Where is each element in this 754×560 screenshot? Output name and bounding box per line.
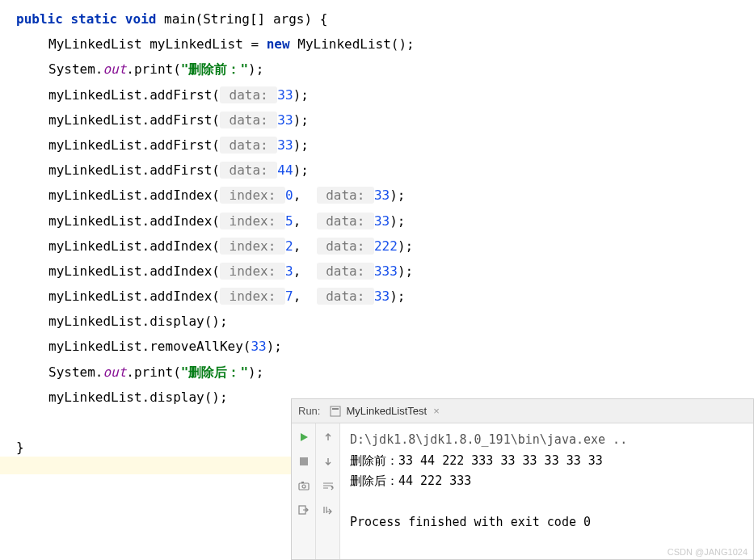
param-hint: index: (220, 263, 285, 280)
number-literal: 33 (277, 87, 293, 103)
code-text: main(String[] args) { (156, 11, 327, 27)
output-line: 删除前：33 44 222 333 33 33 33 33 33 (350, 453, 603, 468)
number-literal: 0 (285, 187, 293, 203)
svg-marker-2 (301, 433, 308, 441)
code-text: myLinkedList.addIndex( (48, 213, 220, 229)
keyword: new (267, 36, 290, 52)
code-text: myLinkedList.removeAllKey( (48, 339, 251, 354)
string-literal: "删除后：" (181, 364, 248, 380)
code-text: ); (398, 263, 413, 279)
code-text: myLinkedList.addFirst( (48, 162, 220, 178)
svg-rect-6 (301, 482, 304, 483)
param-hint: index: (220, 213, 285, 229)
code-text: ); (390, 213, 405, 229)
param-hint: data: (317, 238, 374, 255)
param-hint: index: (220, 187, 285, 204)
param-hint: data: (317, 288, 374, 305)
console-output[interactable]: D:\jdk1.8\jdk1.8.0_191\bin\java.exe .. 删… (340, 423, 753, 559)
param-hint: index: (220, 238, 285, 255)
code-text: myLinkedList.addIndex( (48, 263, 220, 279)
svg-rect-4 (299, 483, 309, 490)
param-hint: data: (220, 162, 277, 179)
output-path: D:\jdk1.8\jdk1.8.0_191\bin\java.exe .. (350, 432, 627, 447)
param-hint: index: (220, 288, 285, 305)
code-text: , (293, 263, 317, 279)
code-text: , (293, 288, 317, 304)
code-text: , (293, 213, 317, 229)
code-text: ); (293, 87, 309, 103)
param-hint: data: (220, 137, 277, 154)
code-text: , (293, 187, 317, 203)
code-text: ); (248, 61, 263, 77)
string-literal: "删除前：" (181, 61, 248, 77)
number-literal: 33 (374, 187, 390, 203)
number-literal: 2 (285, 238, 293, 254)
code-editor[interactable]: public static void main(String[] args) {… (0, 0, 754, 466)
watermark: CSDN @JANG1024 (668, 547, 748, 557)
svg-rect-0 (331, 406, 340, 416)
number-literal: 5 (285, 213, 293, 229)
code-text: ); (293, 112, 309, 128)
code-text: System. (48, 61, 103, 77)
stop-button[interactable] (295, 453, 313, 470)
param-hint: data: (317, 187, 374, 204)
code-text: ); (248, 364, 263, 380)
code-text: myLinkedList.addFirst( (48, 87, 220, 103)
output-line: 删除后：44 222 333 (350, 474, 471, 488)
code-text: myLinkedList.addIndex( (48, 238, 220, 254)
highlight-strip (0, 457, 291, 474)
svg-rect-1 (332, 408, 339, 410)
run-tab-title[interactable]: MyLinkedListTest (346, 405, 427, 417)
code-text: ); (390, 288, 405, 304)
run-header: Run: MyLinkedListTest × (292, 399, 753, 423)
run-toolbar-right (316, 423, 340, 559)
code-text: myLinkedList.addFirst( (48, 137, 220, 153)
brace-close: } (16, 440, 24, 455)
code-text: ); (390, 187, 405, 203)
code-text: ); (267, 339, 282, 354)
keyword: public static void (16, 11, 156, 27)
number-literal: 3 (285, 263, 293, 279)
run-config-icon (330, 406, 341, 417)
code-text: MyLinkedList(); (290, 36, 415, 52)
code-text: , (293, 238, 317, 254)
svg-rect-3 (300, 457, 308, 465)
param-hint: data: (317, 213, 374, 229)
number-literal: 33 (251, 339, 266, 354)
code-text: ); (398, 238, 413, 254)
scroll-up-button[interactable] (319, 428, 337, 446)
code-text: myLinkedList.addIndex( (48, 288, 220, 304)
code-text: .print( (126, 364, 180, 380)
code-text: myLinkedList.display(); (48, 314, 228, 329)
run-toolbar-left (292, 423, 316, 559)
number-literal: 44 (277, 162, 293, 178)
number-literal: 33 (374, 288, 390, 304)
soft-wrap-button[interactable] (319, 477, 337, 495)
svg-point-5 (302, 485, 305, 488)
run-label: Run: (298, 405, 320, 417)
number-literal: 33 (277, 112, 293, 128)
code-text: .print( (126, 61, 180, 77)
scroll-down-button[interactable] (319, 453, 337, 470)
number-literal: 333 (374, 263, 398, 279)
code-text: myLinkedList.addIndex( (48, 187, 220, 203)
field-ref: out (103, 61, 126, 77)
code-text: ); (293, 137, 309, 153)
number-literal: 222 (374, 238, 398, 254)
code-text: myLinkedList.addFirst( (48, 112, 220, 128)
param-hint: data: (317, 263, 374, 280)
output-exit: Process finished with exit code 0 (350, 515, 591, 529)
code-text: ); (293, 162, 309, 178)
scroll-end-button[interactable] (319, 501, 337, 519)
number-literal: 33 (277, 137, 293, 153)
number-literal: 33 (374, 213, 390, 229)
code-text: System. (48, 364, 103, 380)
field-ref: out (103, 364, 126, 380)
run-panel: Run: MyLinkedListTest × D:\jdk1.8\jdk1.8… (291, 398, 754, 560)
close-tab-icon[interactable]: × (433, 405, 440, 417)
param-hint: data: (220, 86, 277, 103)
rerun-button[interactable] (295, 428, 313, 446)
camera-button[interactable] (295, 477, 313, 495)
exit-button[interactable] (295, 501, 313, 519)
param-hint: data: (220, 112, 277, 128)
